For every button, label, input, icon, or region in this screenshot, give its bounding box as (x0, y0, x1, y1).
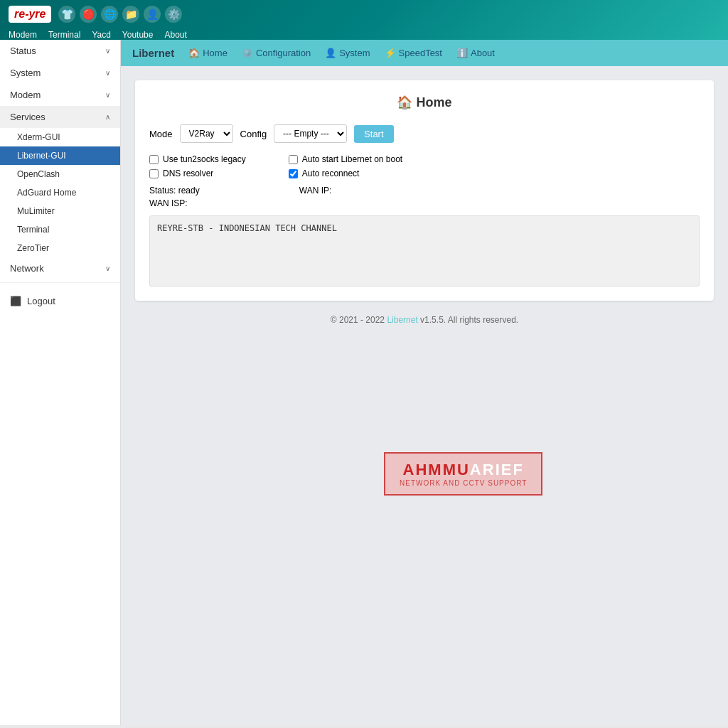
terminal-text: REYRE-STB - INDONESIAN TECH CHANNEL (157, 223, 337, 233)
config-select[interactable]: --- Empty --- (274, 124, 347, 143)
main-layout: Status ∨ System ∨ Modem ∨ Services ∧ Xde… (0, 40, 728, 725)
sidebar-modem-label: Modem (10, 90, 41, 100)
checkbox-dns: DNS resolver (149, 168, 246, 178)
status-value: ready (178, 186, 200, 196)
libernet-nav-system[interactable]: 👤 System (325, 48, 370, 58)
checkbox-autostart: Auto start Libernet on boot (289, 154, 402, 164)
header-row: re-yre 👕 🔴 🌐 📁 👤 ⚙️ (9, 6, 719, 27)
globe-icon[interactable]: 🌐 (101, 6, 118, 23)
status-row: Status: ready WAN IP: (149, 186, 700, 196)
autoreconnect-checkbox[interactable] (289, 169, 298, 178)
libernet-nav-config[interactable]: ⚙️ Configuration (242, 48, 311, 58)
sidebar-subitem-mulimiter[interactable]: MuLimiter (0, 202, 120, 220)
mode-row: Mode V2Ray Config --- Empty --- Start (149, 124, 700, 143)
logout-icon: ⬛ (10, 296, 21, 306)
wan-ip-label: WAN IP: (299, 186, 332, 196)
watermark-white: ARIEF (470, 461, 524, 478)
chevron-down-icon: ∨ (105, 91, 110, 99)
footer: © 2021 - 2022 Libernet v1.5.5. All right… (121, 315, 728, 332)
checkboxes-row: Use tun2socks legacy DNS resolver Auto s… (149, 154, 700, 178)
libernet-nav-speedtest[interactable]: ⚡ SpeedTest (385, 48, 442, 58)
nav-terminal[interactable]: Terminal (48, 30, 80, 40)
home-panel: 🏠 Home Mode V2Ray Config --- Empty --- S… (135, 80, 714, 301)
libernet-nav: Libernet 🏠 Home ⚙️ Configuration 👤 Syste… (121, 40, 728, 66)
top-nav: Modem Terminal Yacd Youtube About (9, 27, 719, 40)
terminal-box: REYRE-STB - INDONESIAN TECH CHANNEL (149, 215, 700, 287)
info-icon[interactable]: 🔴 (80, 6, 97, 23)
top-header: re-yre 👕 🔴 🌐 📁 👤 ⚙️ Modem Terminal Yacd … (0, 0, 728, 40)
sidebar-divider (0, 282, 120, 283)
header-icons: 👕 🔴 🌐 📁 👤 ⚙️ (58, 6, 182, 23)
libernet-nav-about[interactable]: ℹ️ About (456, 48, 495, 58)
logo[interactable]: re-yre (9, 6, 51, 23)
content-area: Libernet 🏠 Home ⚙️ Configuration 👤 Syste… (121, 40, 728, 725)
watermark-subtitle: NETWORK AND CCTV SUPPORT (400, 479, 527, 487)
nav-youtube[interactable]: Youtube (122, 30, 154, 40)
footer-version: v1.5.5. All rights reserved. (420, 315, 518, 325)
libernet-title: Libernet (132, 47, 174, 59)
sidebar-subitem-zerotier[interactable]: ZeroTier (0, 239, 120, 257)
sidebar-subitem-adguard[interactable]: AdGuard Home (0, 183, 120, 202)
sidebar: Status ∨ System ∨ Modem ∨ Services ∧ Xde… (0, 40, 121, 725)
autoreconnect-label: Auto reconnect (302, 168, 360, 178)
person-icon[interactable]: 👤 (144, 6, 161, 23)
logo-text: re-yre (14, 8, 46, 20)
nav-modem[interactable]: Modem (9, 30, 37, 40)
sidebar-item-services[interactable]: Services ∧ (0, 106, 120, 128)
wan-isp-label: WAN ISP: (149, 198, 188, 208)
autostart-label: Auto start Libernet on boot (302, 154, 402, 164)
sidebar-subitem-terminal[interactable]: Terminal (0, 220, 120, 239)
nav-about[interactable]: About (164, 30, 186, 40)
checkbox-tun2socks: Use tun2socks legacy (149, 154, 246, 164)
mode-label: Mode (149, 129, 173, 139)
chevron-down-icon: ∨ (105, 47, 110, 55)
watermark-red: AHMMU (403, 461, 470, 478)
mode-select[interactable]: V2Ray (180, 124, 233, 143)
sidebar-subitem-libernet[interactable]: Libernet-GUI (0, 146, 120, 165)
logout-label: Logout (27, 296, 55, 306)
libernet-nav-home[interactable]: 🏠 Home (188, 48, 228, 58)
nav-yacd[interactable]: Yacd (92, 30, 110, 40)
sidebar-system-label: System (10, 68, 41, 78)
home-title: 🏠 Home (149, 95, 700, 110)
checkbox-group-left: Use tun2socks legacy DNS resolver (149, 154, 246, 178)
wan-row: WAN ISP: (149, 198, 700, 208)
dns-checkbox[interactable] (149, 169, 159, 178)
sidebar-item-system[interactable]: System ∨ (0, 62, 120, 84)
tun2socks-label: Use tun2socks legacy (163, 154, 246, 164)
config-label: Config (240, 129, 267, 139)
footer-link[interactable]: Libernet (387, 315, 417, 325)
sidebar-network-label: Network (10, 263, 44, 274)
tun2socks-checkbox[interactable] (149, 155, 159, 164)
watermark-title: AHMMUARIEF (400, 461, 527, 479)
sidebar-services-label: Services (10, 112, 46, 122)
gear-icon[interactable]: ⚙️ (165, 6, 182, 23)
dns-label: DNS resolver (163, 168, 213, 178)
sidebar-subitem-openclash[interactable]: OpenClash (0, 165, 120, 183)
watermark: AHMMUARIEF NETWORK AND CCTV SUPPORT (384, 452, 542, 496)
sidebar-item-modem[interactable]: Modem ∨ (0, 84, 120, 106)
checkbox-group-right: Auto start Libernet on boot Auto reconne… (289, 154, 402, 178)
folder-icon[interactable]: 📁 (122, 6, 139, 23)
sidebar-item-network[interactable]: Network ∨ (0, 257, 120, 279)
chevron-down-icon: ∨ (105, 69, 110, 77)
chevron-up-icon: ∧ (105, 113, 110, 121)
start-button[interactable]: Start (354, 125, 393, 143)
footer-text: © 2021 - 2022 (331, 315, 387, 325)
sidebar-subitem-xderm[interactable]: Xderm-GUI (0, 128, 120, 146)
sidebar-item-status[interactable]: Status ∨ (0, 40, 120, 62)
shirt-icon[interactable]: 👕 (58, 6, 75, 23)
status-label: Status: (149, 186, 176, 196)
checkbox-autoreconnect: Auto reconnect (289, 168, 402, 178)
sidebar-logout[interactable]: ⬛ Logout (0, 290, 120, 312)
chevron-down-icon: ∨ (105, 264, 110, 272)
content-wrapper: Libernet 🏠 Home ⚙️ Configuration 👤 Syste… (121, 40, 728, 332)
sidebar-status-label: Status (10, 46, 36, 56)
autostart-checkbox[interactable] (289, 155, 298, 164)
